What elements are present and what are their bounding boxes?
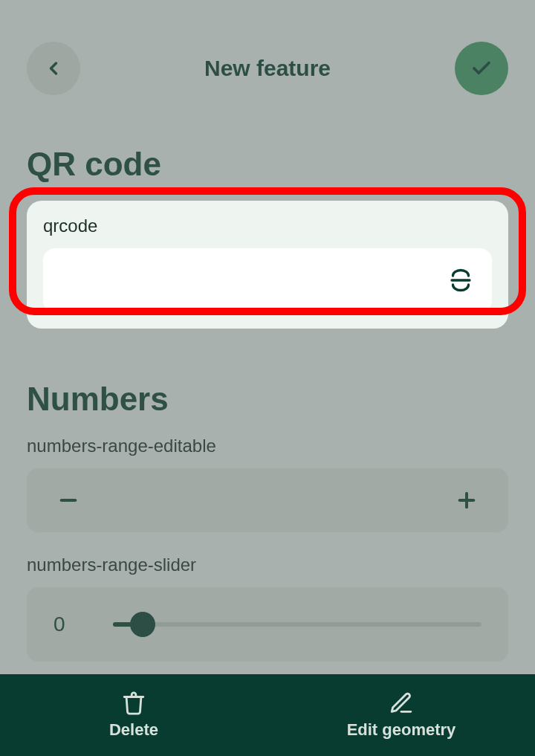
edit-geometry-label: Edit geometry bbox=[347, 720, 456, 740]
bottom-toolbar: Delete Edit geometry bbox=[0, 674, 535, 756]
slider-value: 0 bbox=[54, 613, 83, 636]
section-title-numbers: Numbers bbox=[27, 381, 508, 418]
step-minus-button[interactable] bbox=[54, 485, 83, 515]
slider-thumb[interactable] bbox=[130, 612, 155, 637]
edit-geometry-button[interactable]: Edit geometry bbox=[268, 674, 535, 756]
step-plus-button[interactable] bbox=[452, 485, 482, 515]
plus-icon bbox=[455, 488, 479, 512]
delete-label: Delete bbox=[109, 720, 158, 740]
section-title-qr: QR code bbox=[27, 146, 508, 183]
back-button[interactable] bbox=[27, 42, 80, 95]
check-icon bbox=[470, 57, 493, 80]
qr-field-label: qrcode bbox=[43, 216, 492, 236]
confirm-button[interactable] bbox=[455, 42, 508, 95]
qr-field-card: qrcode bbox=[27, 201, 508, 329]
chevron-left-icon bbox=[43, 58, 64, 79]
scan-icon bbox=[447, 267, 474, 294]
range-editable-label: numbers-range-editable bbox=[27, 436, 508, 456]
qr-input-wrap bbox=[43, 248, 492, 312]
slider-card: 0 bbox=[27, 587, 508, 662]
pencil-icon bbox=[389, 691, 414, 716]
quantity-stepper bbox=[27, 468, 508, 532]
slider[interactable] bbox=[113, 622, 482, 627]
scan-button[interactable] bbox=[446, 265, 476, 295]
range-slider-label: numbers-range-slider bbox=[27, 555, 508, 575]
qr-input[interactable] bbox=[59, 270, 446, 291]
minus-icon bbox=[56, 488, 80, 512]
page-title: New feature bbox=[204, 56, 331, 81]
trash-icon bbox=[121, 691, 146, 716]
delete-button[interactable]: Delete bbox=[0, 674, 268, 756]
